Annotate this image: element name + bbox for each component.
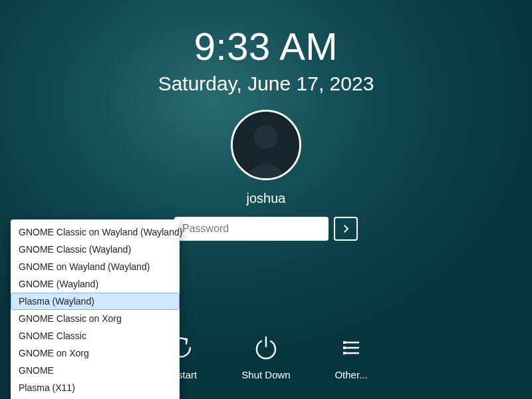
session-item[interactable]: GNOME (11, 362, 180, 379)
session-item[interactable]: GNOME Classic on Wayland (Wayland) (11, 223, 180, 241)
power-icon (251, 333, 281, 362)
svg-rect-8 (343, 352, 346, 354)
shutdown-button[interactable]: Shut Down (239, 333, 293, 380)
user-silhouette-icon (233, 112, 299, 178)
session-item[interactable]: GNOME (Wayland) (11, 275, 180, 293)
session-item[interactable]: Plasma (Wayland) (11, 293, 180, 310)
session-menu[interactable]: GNOME Classic on Wayland (Wayland)GNOME … (11, 219, 180, 399)
session-item[interactable]: GNOME Classic (Wayland) (11, 241, 180, 258)
avatar[interactable] (231, 110, 301, 180)
clock-date: Saturday, June 17, 2023 (158, 72, 374, 95)
shutdown-label: Shut Down (241, 369, 290, 380)
other-label: Other... (334, 369, 367, 380)
password-input[interactable] (174, 217, 329, 241)
login-button[interactable] (334, 217, 358, 241)
session-item[interactable]: Plasma (X11) (11, 379, 180, 396)
clock-time: 9:33 AM (194, 24, 338, 68)
svg-point-1 (254, 125, 278, 149)
session-item[interactable]: GNOME on Wayland (Wayland) (11, 258, 180, 275)
list-icon (336, 333, 366, 362)
svg-rect-7 (343, 346, 346, 349)
session-item[interactable]: GNOME Classic on Xorg (11, 310, 180, 327)
chevron-right-icon (340, 223, 352, 235)
session-item[interactable]: GNOME Classic (11, 327, 180, 344)
svg-rect-6 (343, 341, 346, 344)
session-item[interactable]: GNOME on Xorg (11, 344, 180, 362)
username-label: joshua (247, 191, 286, 206)
other-button[interactable]: Other... (325, 333, 378, 380)
